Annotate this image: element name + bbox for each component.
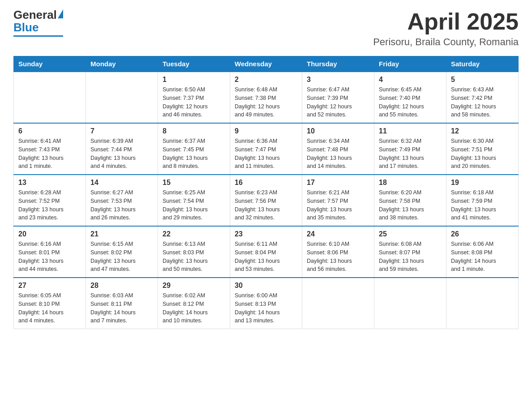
day-info: Sunrise: 6:45 AM Sunset: 7:40 PM Dayligh…: [379, 86, 442, 119]
day-number: 22: [163, 230, 225, 238]
page-subtitle: Perisoru, Braila County, Romania: [373, 36, 519, 48]
table-row: 15Sunrise: 6:25 AM Sunset: 7:54 PM Dayli…: [158, 175, 230, 226]
day-info: Sunrise: 6:11 AM Sunset: 8:04 PM Dayligh…: [235, 240, 297, 274]
day-info: Sunrise: 6:03 AM Sunset: 8:11 PM Dayligh…: [90, 291, 153, 325]
table-row: 3Sunrise: 6:47 AM Sunset: 7:39 PM Daylig…: [302, 72, 374, 123]
table-row: 14Sunrise: 6:27 AM Sunset: 7:53 PM Dayli…: [86, 175, 158, 226]
table-row: 25Sunrise: 6:08 AM Sunset: 8:07 PM Dayli…: [374, 226, 446, 278]
calendar-week-row: 27Sunrise: 6:05 AM Sunset: 8:10 PM Dayli…: [14, 278, 519, 329]
table-row: 11Sunrise: 6:32 AM Sunset: 7:49 PM Dayli…: [374, 123, 446, 175]
table-row: 23Sunrise: 6:11 AM Sunset: 8:04 PM Dayli…: [230, 226, 302, 278]
table-row: 7Sunrise: 6:39 AM Sunset: 7:44 PM Daylig…: [86, 123, 158, 175]
day-info: Sunrise: 6:08 AM Sunset: 8:07 PM Dayligh…: [379, 240, 442, 274]
day-info: Sunrise: 6:16 AM Sunset: 8:01 PM Dayligh…: [18, 240, 81, 274]
day-info: Sunrise: 6:02 AM Sunset: 8:12 PM Dayligh…: [163, 291, 225, 325]
day-number: 1: [163, 76, 225, 84]
table-row: 6Sunrise: 6:41 AM Sunset: 7:43 PM Daylig…: [14, 123, 86, 175]
calendar-week-row: 6Sunrise: 6:41 AM Sunset: 7:43 PM Daylig…: [14, 123, 519, 175]
day-number: 24: [307, 230, 369, 238]
day-info: Sunrise: 6:05 AM Sunset: 8:10 PM Dayligh…: [18, 291, 81, 325]
day-number: 13: [18, 179, 81, 187]
day-number: 3: [307, 76, 369, 84]
table-row: 18Sunrise: 6:20 AM Sunset: 7:58 PM Dayli…: [374, 175, 446, 226]
header-friday: Friday: [374, 56, 446, 72]
title-block: April 2025 Perisoru, Braila County, Roma…: [373, 9, 519, 48]
day-number: 23: [235, 230, 297, 238]
logo: General Blue: [13, 9, 63, 37]
calendar-header-row: Sunday Monday Tuesday Wednesday Thursday…: [14, 56, 519, 72]
page-header: General Blue April 2025 Perisoru, Braila…: [13, 9, 519, 48]
table-row: [446, 278, 519, 329]
table-row: 10Sunrise: 6:34 AM Sunset: 7:48 PM Dayli…: [302, 123, 374, 175]
day-info: Sunrise: 6:00 AM Sunset: 8:13 PM Dayligh…: [235, 291, 297, 325]
table-row: 21Sunrise: 6:15 AM Sunset: 8:02 PM Dayli…: [86, 226, 158, 278]
table-row: 26Sunrise: 6:06 AM Sunset: 8:08 PM Dayli…: [446, 226, 519, 278]
table-row: 27Sunrise: 6:05 AM Sunset: 8:10 PM Dayli…: [14, 278, 86, 329]
table-row: [14, 72, 86, 123]
table-row: 2Sunrise: 6:48 AM Sunset: 7:38 PM Daylig…: [230, 72, 302, 123]
day-info: Sunrise: 6:18 AM Sunset: 7:59 PM Dayligh…: [451, 188, 514, 222]
day-number: 19: [451, 179, 514, 187]
day-info: Sunrise: 6:20 AM Sunset: 7:58 PM Dayligh…: [379, 188, 442, 222]
header-sunday: Sunday: [14, 56, 86, 72]
day-info: Sunrise: 6:41 AM Sunset: 7:43 PM Dayligh…: [18, 137, 81, 171]
table-row: 20Sunrise: 6:16 AM Sunset: 8:01 PM Dayli…: [14, 226, 86, 278]
day-info: Sunrise: 6:39 AM Sunset: 7:44 PM Dayligh…: [90, 137, 153, 171]
day-number: 15: [163, 179, 225, 187]
logo-underline: [13, 35, 63, 37]
table-row: 12Sunrise: 6:30 AM Sunset: 7:51 PM Dayli…: [446, 123, 519, 175]
logo-blue-text: Blue: [13, 21, 39, 34]
calendar-week-row: 13Sunrise: 6:28 AM Sunset: 7:52 PM Dayli…: [14, 175, 519, 226]
day-info: Sunrise: 6:25 AM Sunset: 7:54 PM Dayligh…: [163, 188, 225, 222]
day-info: Sunrise: 6:23 AM Sunset: 7:56 PM Dayligh…: [235, 188, 297, 222]
day-number: 25: [379, 230, 442, 238]
day-info: Sunrise: 6:15 AM Sunset: 8:02 PM Dayligh…: [90, 240, 153, 274]
day-info: Sunrise: 6:30 AM Sunset: 7:51 PM Dayligh…: [451, 137, 514, 171]
table-row: 9Sunrise: 6:36 AM Sunset: 7:47 PM Daylig…: [230, 123, 302, 175]
day-info: Sunrise: 6:48 AM Sunset: 7:38 PM Dayligh…: [235, 86, 297, 119]
table-row: [302, 278, 374, 329]
logo-general-text: General: [13, 9, 57, 21]
day-number: 12: [451, 127, 514, 135]
day-number: 18: [379, 179, 442, 187]
day-number: 10: [307, 127, 369, 135]
page-title: April 2025: [373, 9, 519, 34]
day-number: 30: [235, 282, 297, 290]
day-info: Sunrise: 6:50 AM Sunset: 7:37 PM Dayligh…: [163, 86, 225, 119]
day-info: Sunrise: 6:21 AM Sunset: 7:57 PM Dayligh…: [307, 188, 369, 222]
day-info: Sunrise: 6:34 AM Sunset: 7:48 PM Dayligh…: [307, 137, 369, 171]
day-info: Sunrise: 6:27 AM Sunset: 7:53 PM Dayligh…: [90, 188, 153, 222]
day-number: 28: [90, 282, 153, 290]
header-thursday: Thursday: [302, 56, 374, 72]
table-row: [374, 278, 446, 329]
table-row: 24Sunrise: 6:10 AM Sunset: 8:06 PM Dayli…: [302, 226, 374, 278]
table-row: 16Sunrise: 6:23 AM Sunset: 7:56 PM Dayli…: [230, 175, 302, 226]
calendar-week-row: 20Sunrise: 6:16 AM Sunset: 8:01 PM Dayli…: [14, 226, 519, 278]
table-row: 5Sunrise: 6:43 AM Sunset: 7:42 PM Daylig…: [446, 72, 519, 123]
day-number: 20: [18, 230, 81, 238]
table-row: 30Sunrise: 6:00 AM Sunset: 8:13 PM Dayli…: [230, 278, 302, 329]
header-saturday: Saturday: [446, 56, 519, 72]
table-row: 1Sunrise: 6:50 AM Sunset: 7:37 PM Daylig…: [158, 72, 230, 123]
table-row: 28Sunrise: 6:03 AM Sunset: 8:11 PM Dayli…: [86, 278, 158, 329]
table-row: 19Sunrise: 6:18 AM Sunset: 7:59 PM Dayli…: [446, 175, 519, 226]
day-number: 8: [163, 127, 225, 135]
day-number: 4: [379, 76, 442, 84]
day-number: 26: [451, 230, 514, 238]
day-info: Sunrise: 6:36 AM Sunset: 7:47 PM Dayligh…: [235, 137, 297, 171]
day-number: 21: [90, 230, 153, 238]
calendar-week-row: 1Sunrise: 6:50 AM Sunset: 7:37 PM Daylig…: [14, 72, 519, 123]
day-number: 6: [18, 127, 81, 135]
day-number: 16: [235, 179, 297, 187]
table-row: 4Sunrise: 6:45 AM Sunset: 7:40 PM Daylig…: [374, 72, 446, 123]
day-number: 14: [90, 179, 153, 187]
day-info: Sunrise: 6:10 AM Sunset: 8:06 PM Dayligh…: [307, 240, 369, 274]
day-number: 7: [90, 127, 153, 135]
day-info: Sunrise: 6:32 AM Sunset: 7:49 PM Dayligh…: [379, 137, 442, 171]
day-info: Sunrise: 6:13 AM Sunset: 8:03 PM Dayligh…: [163, 240, 225, 274]
day-number: 27: [18, 282, 81, 290]
day-info: Sunrise: 6:28 AM Sunset: 7:52 PM Dayligh…: [18, 188, 81, 222]
table-row: [86, 72, 158, 123]
day-number: 17: [307, 179, 369, 187]
table-row: 17Sunrise: 6:21 AM Sunset: 7:57 PM Dayli…: [302, 175, 374, 226]
